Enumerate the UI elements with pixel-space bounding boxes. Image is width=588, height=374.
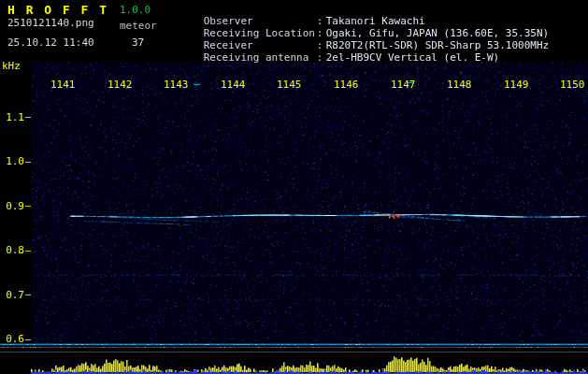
y-tick-label: 0.8 [0,244,24,256]
x-time-label: 1148 [447,79,472,91]
info-separator: : [317,51,326,64]
x-time-label: 1147 [391,79,416,91]
y-tick-label: 0.6 [0,333,24,345]
info-label: Receiver [204,39,317,51]
x-time-label: 1146 [334,79,359,91]
x-time-label: 1145 [277,79,302,91]
y-tick-label: 0.7 [0,289,24,301]
app-version: 1.0.0 [120,4,151,16]
x-time-label: 1149 [504,79,529,91]
x-time-label: 1144 [221,79,246,91]
x-time-label: 1141 [50,79,76,91]
datetime-label: 25.10.12 11:40 [7,36,94,49]
y-tick-label: 1.1 [0,111,24,123]
x-time-label: 1142 [108,79,133,91]
y-tick-label: 0.9 [0,200,24,212]
echo-count: 37 [132,36,144,49]
y-axis-unit: kHz [2,60,21,72]
hrofft-window: H R O F F T 1.0.0 2510121140.png meteor … [0,0,588,374]
info-value: Ogaki, Gifu, JAPAN (136.60E, 35.35N) [326,27,549,39]
output-filename: 2510121140.png [7,17,94,29]
x-time-label: 1150 [560,79,585,91]
mode-label: meteor [120,20,157,32]
info-value: 2el-HB9CV Vertical (el. E-W) [326,51,499,64]
info-label: Observer [204,15,317,27]
info-label: Receiving antenna [204,51,317,64]
info-value: Takanori Kawachi [326,15,425,27]
info-separator: : [317,39,326,51]
app-title: H R O F F T [7,3,108,17]
info-separator: : [317,15,326,27]
info-row-observer: Observer:Takanori Kawachi [166,3,549,15]
x-time-label: 1143 [164,79,189,91]
info-separator: : [317,27,326,39]
y-tick-label: 1.0 [0,155,24,167]
info-label: Receiving Location [204,27,317,39]
info-value: R820T2(RTL-SDR) SDR-Sharp 53.1000MHz [326,39,549,51]
station-info: Observer:Takanori Kawachi Receiving Loca… [166,3,549,51]
